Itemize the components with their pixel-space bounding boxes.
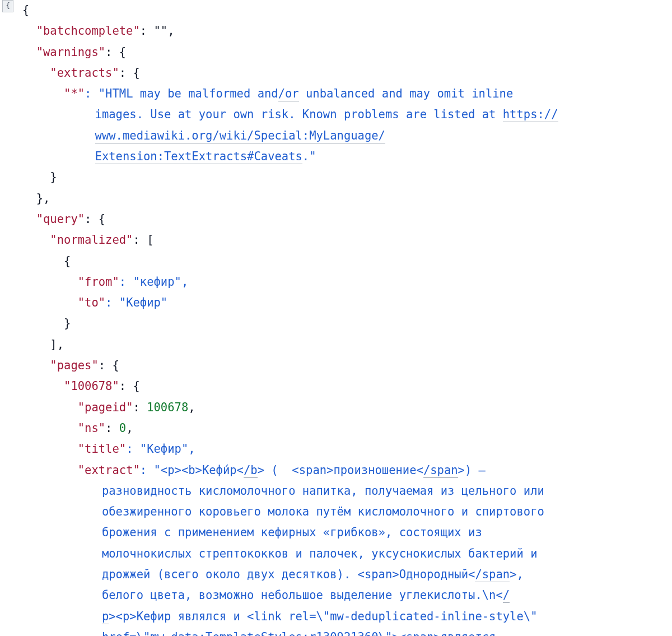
json-key: "100678" bbox=[64, 379, 119, 393]
brace-open: { bbox=[22, 3, 29, 17]
json-source: { "batchcomplete": "","warnings": {"extr… bbox=[22, 0, 650, 636]
json-key: "warnings" bbox=[36, 45, 105, 59]
link-segment: Extension:TextExtracts#Caveats bbox=[95, 150, 302, 164]
brace-close: } bbox=[64, 317, 71, 330]
brace-open: { bbox=[64, 254, 71, 268]
brace-close: }, bbox=[36, 192, 50, 205]
link-segment: /or bbox=[278, 87, 299, 101]
link-segment: https:// bbox=[503, 108, 558, 122]
json-key: "extract" bbox=[78, 463, 140, 477]
json-number: 0 bbox=[119, 421, 126, 435]
json-number: 100678 bbox=[147, 401, 188, 414]
json-key: "pageid" bbox=[78, 401, 133, 414]
json-key: "batchcomplete" bbox=[36, 24, 140, 38]
json-key: "*" bbox=[64, 87, 85, 100]
bracket-close: ], bbox=[50, 338, 64, 351]
json-key: "title" bbox=[78, 442, 126, 456]
json-key: "from" bbox=[78, 275, 119, 289]
json-key: "normalized" bbox=[50, 233, 133, 247]
json-code-block: { { "batchcomplete": "","warnings": {"ex… bbox=[0, 0, 672, 636]
fold-gutter-toggle[interactable]: { bbox=[2, 0, 13, 12]
link-segment: www.mediawiki.org/wiki/Special:MyLanguag… bbox=[95, 129, 385, 143]
json-key: "ns" bbox=[78, 421, 105, 435]
json-key: "extracts" bbox=[50, 66, 119, 80]
brace-close: } bbox=[50, 170, 57, 184]
json-key: "pages" bbox=[50, 359, 98, 372]
json-key: "to" bbox=[78, 296, 105, 309]
json-key: "query" bbox=[36, 212, 85, 226]
